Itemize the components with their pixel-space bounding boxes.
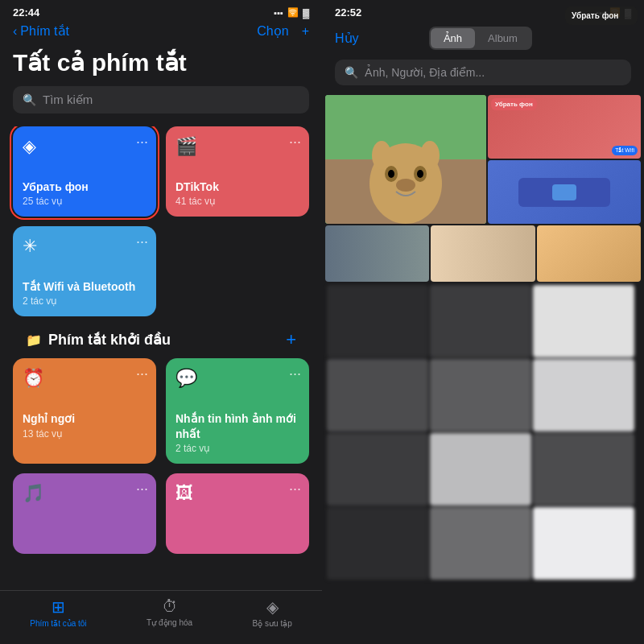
card-subtitle-ubray: 25 tác vụ bbox=[23, 196, 147, 207]
nav-bar-left: ‹ Phím tắt Chọn + bbox=[0, 22, 322, 45]
card-subtitle-nhan: 2 tác vụ bbox=[175, 443, 299, 454]
shortcuts-row-2: ··· ✳ Tắt Wifi và Bluetooth 2 tác vụ bbox=[13, 226, 309, 316]
page-title: Tất cả phím tắt bbox=[0, 45, 322, 86]
tab-icon-coll: ◈ bbox=[266, 597, 279, 617]
back-label: Phím tắt bbox=[20, 23, 69, 39]
quokka-image bbox=[325, 95, 486, 224]
time-left: 22:44 bbox=[13, 6, 39, 19]
shortcut-card-tat-wifi[interactable]: ··· ✳ Tắt Wifi và Bluetooth 2 tác vụ bbox=[13, 226, 156, 316]
chevron-left-icon: ‹ bbox=[13, 24, 17, 39]
shortcut-card-5[interactable]: ··· 🎵 bbox=[13, 473, 156, 554]
more-icon-nhan[interactable]: ··· bbox=[289, 366, 301, 381]
search-icon: 🔍 bbox=[23, 93, 36, 106]
svg-point-5 bbox=[388, 170, 394, 178]
section-title-text: Phím tắt khởi đầu bbox=[48, 331, 171, 349]
card-subtitle-dtiktok: 41 tác vụ bbox=[175, 196, 299, 207]
photo-thumb-1[interactable]: Убрать фон Tắt Wifi bbox=[488, 95, 641, 159]
search-placeholder-right: Ảnh, Người, Địa điểm... bbox=[365, 66, 485, 79]
more-icon-6[interactable]: ··· bbox=[289, 481, 301, 496]
nav-actions: Chọn + bbox=[257, 23, 309, 39]
svg-point-8 bbox=[372, 141, 391, 170]
card-icon-5: 🎵 bbox=[23, 483, 147, 504]
photo-thumb-2[interactable] bbox=[488, 160, 641, 224]
tab-icon-auto: ⏱ bbox=[162, 597, 178, 616]
more-icon-5[interactable]: ··· bbox=[136, 481, 148, 496]
battery-icon: ▓ bbox=[303, 8, 309, 18]
card-icon-nhan: 💬 bbox=[175, 368, 299, 389]
tab-automation[interactable]: ⏱ Tự động hóa bbox=[147, 597, 192, 628]
shortcut-card-ubray-fon[interactable]: ··· ◈ Убрать фон 25 tác vụ bbox=[13, 126, 156, 217]
tab-anh[interactable]: Ảnh bbox=[431, 28, 475, 48]
photo-main-quokka[interactable] bbox=[325, 95, 486, 224]
right-tab-group: Ảnh Album bbox=[429, 27, 532, 50]
search-icon-right: 🔍 bbox=[345, 66, 358, 79]
photo-thumb-3[interactable] bbox=[325, 225, 429, 282]
cancel-button[interactable]: Hủy bbox=[335, 31, 359, 46]
left-panel: 22:44 ▪▪▪ 🛜 ▓ ‹ Phím tắt Chọn + Tất cả p… bbox=[0, 0, 322, 644]
shortcuts-grid: ··· ◈ Убрать фон 25 tác vụ ··· 🎬 DTikTok… bbox=[0, 126, 322, 590]
status-bar-left: 22:44 ▪▪▪ 🛜 ▓ bbox=[0, 0, 322, 22]
wifi-icon: 🛜 bbox=[287, 7, 299, 18]
tab-my-shortcuts[interactable]: ⊞ Phím tắt của tôi bbox=[30, 597, 86, 628]
shortcuts-row-1: ··· ◈ Убрать фон 25 tác vụ ··· 🎬 DTikTok… bbox=[13, 126, 309, 217]
tab-label-auto: Tự động hóa bbox=[147, 618, 192, 627]
svg-point-7 bbox=[396, 179, 415, 192]
shortcut-card-6[interactable]: ··· 🖼 bbox=[166, 473, 309, 554]
search-placeholder: Tìm kiếm bbox=[43, 93, 93, 107]
blurred-section bbox=[325, 283, 641, 605]
more-icon-wifi[interactable]: ··· bbox=[136, 234, 148, 249]
card-icon-6: 🖼 bbox=[175, 483, 299, 504]
photo-grid[interactable]: Убрать фон Tắt Wifi Убрать фон bbox=[322, 92, 644, 644]
signal-icon: ▪▪▪ bbox=[274, 8, 283, 18]
right-nav: Hủy Ảnh Album bbox=[322, 22, 644, 56]
card-title-dtiktok: DTikTok bbox=[175, 180, 299, 194]
right-search-bar[interactable]: 🔍 Ảnh, Người, Địa điểm... bbox=[335, 60, 631, 85]
card-title-wifi: Tắt Wifi và Bluetooth bbox=[23, 279, 147, 294]
tab-bar: ⊞ Phím tắt của tôi ⏱ Tự động hóa ◈ Bộ sư… bbox=[0, 590, 322, 644]
card-subtitle-wifi: 2 tác vụ bbox=[23, 295, 147, 307]
shortcut-card-dtiktok[interactable]: ··· 🎬 DTikTok 41 tác vụ bbox=[166, 126, 309, 217]
card-icon-dtiktok: 🎬 bbox=[175, 136, 299, 157]
section-title: 📁 Phím tắt khởi đầu bbox=[26, 331, 171, 349]
right-panel: 22:52 ▪▪▪ 🛜 ▓ Hủy Ảnh Album 🔍 Ảnh, Người… bbox=[322, 0, 644, 644]
shortcut-card-nhan-tin[interactable]: ··· 💬 Nhắn tin hình ảnh mới nhất 2 tác v… bbox=[166, 358, 309, 463]
tab-collection[interactable]: ◈ Bộ sưu tập bbox=[253, 597, 292, 628]
card-icon-wifi: ✳ bbox=[23, 236, 147, 257]
folder-icon: 📁 bbox=[26, 332, 42, 348]
tab-label-my: Phím tắt của tôi bbox=[30, 619, 86, 628]
photo-thumb-4[interactable] bbox=[431, 225, 535, 282]
shortcut-card-nghi-ngoi[interactable]: ··· ⏰ Nghỉ ngơi 13 tác vụ bbox=[13, 358, 156, 463]
svg-point-6 bbox=[417, 170, 423, 178]
more-icon-nghi[interactable]: ··· bbox=[136, 366, 148, 381]
time-right: 22:52 bbox=[335, 6, 361, 19]
photo-thumb-5[interactable] bbox=[537, 225, 641, 282]
add-nav-button[interactable]: + bbox=[302, 24, 309, 39]
chon-button[interactable]: Chọn bbox=[257, 23, 288, 39]
tab-album[interactable]: Album bbox=[475, 28, 530, 48]
card-title-nghi: Nghỉ ngơi bbox=[23, 411, 147, 426]
starter-row-2: ··· 🎵 ··· 🖼 bbox=[13, 473, 309, 554]
card-icon-ubray: ◈ bbox=[23, 136, 147, 157]
photo-row-2 bbox=[325, 225, 641, 282]
status-icons-left: ▪▪▪ 🛜 ▓ bbox=[274, 7, 309, 18]
more-icon[interactable]: ··· bbox=[136, 134, 148, 149]
photo-side-stack: Убрать фон Tắt Wifi bbox=[488, 95, 641, 224]
starter-row-1: ··· ⏰ Nghỉ ngơi 13 tác vụ ··· 💬 Nhắn tin… bbox=[13, 358, 309, 463]
search-bar[interactable]: 🔍 Tìm kiếm bbox=[13, 86, 309, 114]
card-icon-nghi: ⏰ bbox=[23, 368, 147, 389]
back-button[interactable]: ‹ Phím tắt bbox=[13, 23, 69, 39]
card-title-nhan: Nhắn tin hình ảnh mới nhất bbox=[175, 411, 299, 440]
more-icon-dtiktok[interactable]: ··· bbox=[289, 134, 301, 149]
section-add-button[interactable]: + bbox=[286, 329, 296, 350]
tab-label-coll: Bộ sưu tập bbox=[253, 619, 292, 628]
card-title-ubray: Убрать фон bbox=[23, 180, 147, 194]
tab-icon-my: ⊞ bbox=[52, 597, 65, 617]
section-header: 📁 Phím tắt khởi đầu + bbox=[13, 326, 309, 358]
card-subtitle-nghi: 13 tác vụ bbox=[23, 428, 147, 440]
svg-point-9 bbox=[420, 141, 440, 170]
photo-strip-top: Убрать фон Tắt Wifi Убрать фон bbox=[325, 95, 641, 224]
